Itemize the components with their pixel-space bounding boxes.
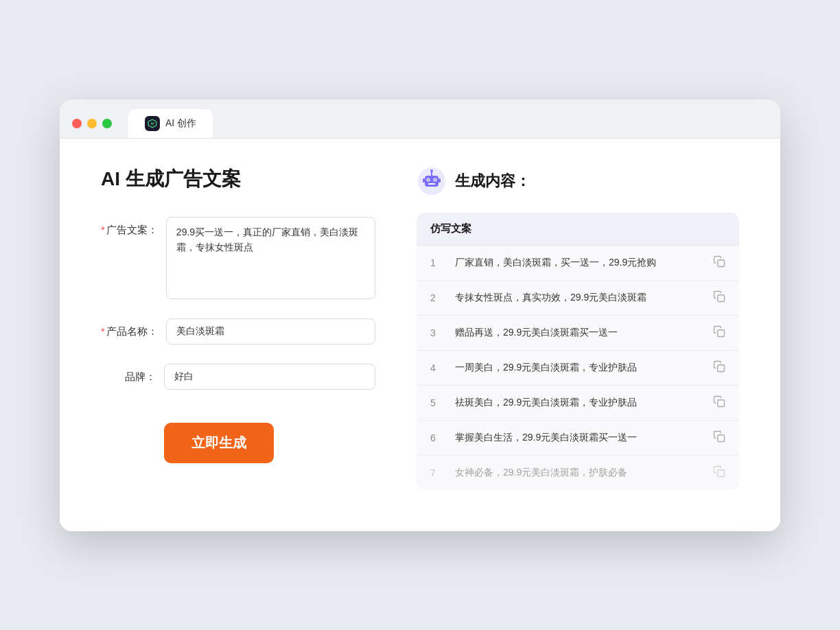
browser-titlebar: AI AI 创作: [60, 100, 780, 139]
left-panel: AI 生成广告文案 *广告文案： 29.9买一送一，真正的厂家直销，美白淡斑霜，…: [101, 166, 375, 490]
brand-label: 品牌：: [101, 364, 156, 384]
generate-button[interactable]: 立即生成: [164, 423, 274, 463]
row-number: 1: [430, 257, 444, 268]
table-row: 4一周美白，29.9元美白淡斑霜，专业护肤品: [417, 351, 739, 386]
main-content: AI 生成广告文案 *广告文案： 29.9买一送一，真正的厂家直销，美白淡斑霜，…: [60, 139, 780, 531]
minimize-button[interactable]: [87, 119, 97, 128]
copy-icon[interactable]: [713, 325, 725, 340]
svg-rect-15: [718, 329, 725, 336]
maximize-button[interactable]: [102, 119, 112, 128]
copy-icon[interactable]: [713, 465, 725, 480]
svg-point-6: [428, 178, 429, 180]
results-table: 仿写文案 1厂家直销，美白淡斑霜，买一送一，29.9元抢购2专抹女性斑点，真实功…: [417, 213, 739, 490]
svg-point-7: [434, 178, 436, 180]
result-header: 生成内容：: [417, 166, 739, 196]
product-name-label: *产品名称：: [101, 318, 158, 338]
row-text: 掌握美白生活，29.9元美白淡斑霜买一送一: [455, 430, 702, 445]
svg-rect-17: [718, 399, 725, 406]
required-mark: *: [101, 224, 105, 235]
page-title: AI 生成广告文案: [101, 166, 375, 192]
row-number: 2: [430, 292, 444, 303]
row-text: 祛斑美白，29.9元美白淡斑霜，专业护肤品: [455, 395, 702, 410]
copy-icon[interactable]: [713, 430, 725, 445]
copy-icon[interactable]: [713, 290, 725, 305]
svg-rect-12: [439, 178, 441, 183]
ai-creation-tab[interactable]: AI AI 创作: [128, 109, 213, 138]
row-text: 女神必备，29.9元美白淡斑霜，护肤必备: [455, 465, 702, 480]
close-button[interactable]: [72, 119, 82, 128]
row-number: 5: [430, 397, 444, 408]
table-row: 7女神必备，29.9元美白淡斑霜，护肤必备: [417, 456, 739, 490]
svg-rect-14: [718, 294, 725, 301]
ad-copy-label: *广告文案：: [101, 217, 158, 237]
traffic-lights: [72, 119, 112, 128]
row-number: 6: [430, 432, 444, 443]
row-text: 专抹女性斑点，真实功效，29.9元美白淡斑霜: [455, 290, 702, 305]
svg-rect-16: [718, 364, 725, 371]
row-text: 一周美白，29.9元美白淡斑霜，专业护肤品: [455, 360, 702, 375]
table-row: 2专抹女性斑点，真实功效，29.9元美白淡斑霜: [417, 281, 739, 316]
row-number: 4: [430, 362, 444, 373]
table-row: 1厂家直销，美白淡斑霜，买一送一，29.9元抢购: [417, 246, 739, 281]
row-text: 厂家直销，美白淡斑霜，买一送一，29.9元抢购: [455, 255, 702, 270]
product-name-group: *产品名称：: [101, 318, 375, 345]
svg-point-10: [430, 170, 433, 172]
product-name-input[interactable]: [166, 318, 375, 345]
ai-tab-icon: AI: [145, 116, 160, 131]
required-mark-2: *: [101, 325, 105, 337]
table-row: 5祛斑美白，29.9元美白淡斑霜，专业护肤品: [417, 386, 739, 421]
ad-copy-group: *广告文案： 29.9买一送一，真正的厂家直销，美白淡斑霜，专抹女性斑点: [101, 217, 375, 299]
copy-icon[interactable]: [713, 395, 725, 410]
brand-input[interactable]: [164, 364, 375, 390]
brand-group: 品牌：: [101, 364, 375, 390]
copy-icon[interactable]: [713, 360, 725, 375]
browser-window: AI AI 创作 AI 生成广告文案 *广告文案： 29.9买一送一，真正的厂家…: [60, 100, 780, 531]
result-title: 生成内容：: [455, 171, 530, 191]
row-number: 3: [430, 327, 444, 338]
copy-icon[interactable]: [713, 255, 725, 270]
svg-rect-3: [425, 176, 439, 187]
svg-text:AI: AI: [150, 121, 154, 126]
svg-rect-8: [428, 183, 435, 185]
svg-rect-13: [718, 259, 725, 266]
table-row: 3赠品再送，29.9元美白淡斑霜买一送一: [417, 316, 739, 351]
svg-rect-18: [718, 434, 725, 441]
robot-icon: [417, 166, 447, 196]
results-container: 1厂家直销，美白淡斑霜，买一送一，29.9元抢购2专抹女性斑点，真实功效，29.…: [417, 246, 739, 490]
right-panel: 生成内容： 仿写文案 1厂家直销，美白淡斑霜，买一送一，29.9元抢购2专抹女性…: [417, 166, 739, 490]
svg-rect-11: [423, 178, 425, 183]
table-row: 6掌握美白生活，29.9元美白淡斑霜买一送一: [417, 421, 739, 456]
table-header: 仿写文案: [417, 213, 739, 246]
row-number: 7: [430, 467, 444, 478]
row-text: 赠品再送，29.9元美白淡斑霜买一送一: [455, 325, 702, 340]
svg-rect-19: [718, 469, 725, 476]
tab-label: AI 创作: [165, 117, 196, 130]
ad-copy-input[interactable]: 29.9买一送一，真正的厂家直销，美白淡斑霜，专抹女性斑点: [166, 217, 375, 299]
